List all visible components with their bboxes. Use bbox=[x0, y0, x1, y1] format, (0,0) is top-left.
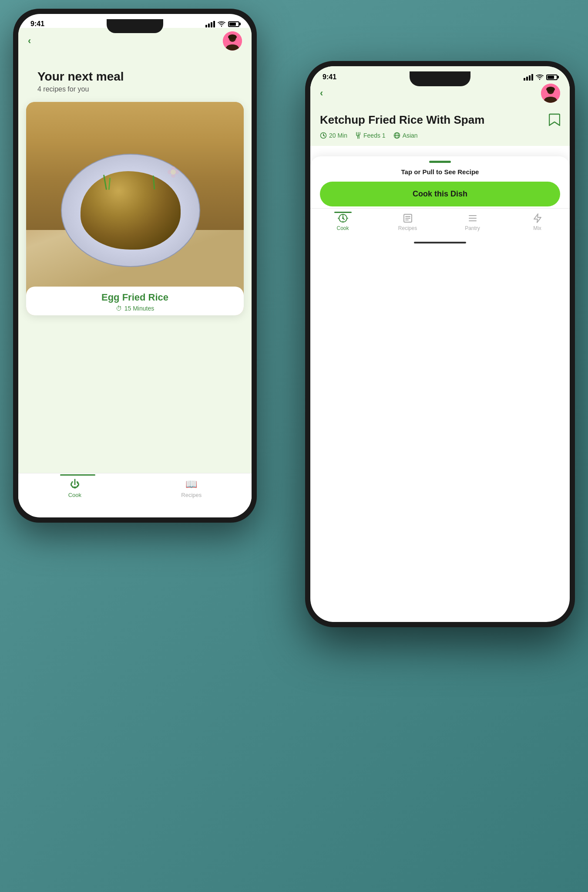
bottom-nav-back: ⏻ Cook 📖 Recipes bbox=[18, 473, 252, 507]
plate bbox=[61, 154, 200, 267]
sheet-hint: Tap or Pull to See Recipe bbox=[320, 168, 560, 176]
photos-section bbox=[310, 146, 570, 156]
nav-underline-back bbox=[60, 474, 95, 476]
fork-icon bbox=[355, 132, 361, 139]
nav-cook-back[interactable]: ⏻ Cook bbox=[68, 479, 81, 498]
back-button-front[interactable]: ‹ bbox=[320, 88, 323, 99]
notch-back bbox=[107, 19, 163, 33]
recipe-info-section: Ketchup Fried Rice With Spam 20 Min bbox=[310, 109, 570, 146]
phone-front-screen: 9:41 ‹ bbox=[310, 66, 570, 622]
nav-mix-front[interactable]: Mix bbox=[505, 213, 570, 231]
recipes-count-back: 4 recipes for you bbox=[28, 85, 242, 99]
svg-point-10 bbox=[546, 87, 555, 92]
battery-icon-back bbox=[228, 21, 239, 27]
food-image-back: Egg Fried Rice ⏱ 15 Minutes bbox=[26, 102, 244, 315]
garnish-3 bbox=[153, 176, 155, 189]
meta-time: 20 Min bbox=[320, 132, 347, 139]
nav-pantry-front[interactable]: Pantry bbox=[440, 213, 505, 231]
recipe-time-back: ⏱ 15 Minutes bbox=[34, 305, 236, 312]
mix-icon-front bbox=[532, 213, 543, 223]
back-title-section: Your next meal 4 recipes for you bbox=[18, 56, 252, 102]
feeds-value: Feeds 1 bbox=[363, 132, 386, 139]
cook-icon-back: ⏻ bbox=[70, 479, 80, 490]
meta-feeds: Feeds 1 bbox=[355, 132, 386, 139]
bottom-nav-front: Cook Recipes Pantry Mix bbox=[310, 208, 570, 240]
avatar-front[interactable] bbox=[541, 84, 560, 103]
back-button-back[interactable]: ‹ bbox=[28, 35, 31, 47]
avatar-back[interactable] bbox=[223, 31, 242, 51]
cook-button[interactable]: Cook this Dish bbox=[320, 182, 560, 206]
rice-heap-back bbox=[81, 171, 181, 250]
nav-underline-front bbox=[334, 212, 352, 213]
recipe-title: Ketchup Fried Rice With Spam bbox=[320, 113, 544, 127]
svg-point-2 bbox=[228, 34, 237, 40]
recipes-icon-front bbox=[403, 213, 413, 223]
wifi-icon-front bbox=[536, 74, 544, 80]
nav-cook-front[interactable]: Cook bbox=[310, 213, 375, 231]
home-indicator-front bbox=[414, 242, 466, 243]
svg-point-15 bbox=[342, 217, 344, 219]
battery-icon-front bbox=[546, 74, 558, 80]
nav-recipes-front[interactable]: Recipes bbox=[375, 213, 440, 231]
recipe-info-back: Egg Fried Rice ⏱ 15 Minutes bbox=[26, 287, 244, 315]
globe-icon bbox=[393, 132, 400, 139]
recipe-name-back: Egg Fried Rice bbox=[34, 292, 236, 303]
time-back: 9:41 bbox=[30, 20, 44, 28]
cook-icon-front bbox=[338, 213, 348, 223]
time-front: 9:41 bbox=[323, 73, 336, 81]
svg-point-7 bbox=[171, 169, 176, 175]
recipe-card-back[interactable]: Egg Fried Rice ⏱ 15 Minutes bbox=[26, 102, 244, 315]
phone-back: 9:41 ‹ bbox=[13, 9, 257, 523]
phone-front: 9:41 ‹ bbox=[305, 61, 575, 627]
signal-icon-back bbox=[205, 21, 215, 27]
clock-icon-back: ⏱ bbox=[116, 305, 122, 312]
meta-cuisine: Asian bbox=[393, 132, 418, 139]
bottom-sheet[interactable]: Tap or Pull to See Recipe Cook this Dish bbox=[310, 156, 570, 208]
status-icons-back bbox=[205, 21, 239, 27]
cuisine-value: Asian bbox=[403, 132, 418, 139]
page-title-back: Your next meal bbox=[28, 63, 242, 85]
notch-front bbox=[410, 71, 470, 86]
recipes-icon-back: 📖 bbox=[185, 479, 197, 490]
status-icons-front bbox=[524, 74, 558, 81]
sheet-handle bbox=[429, 161, 451, 163]
garnish-2 bbox=[108, 178, 111, 190]
recipe-meta: 20 Min Feeds 1 Asian bbox=[320, 132, 560, 139]
nav-recipes-back[interactable]: 📖 Recipes bbox=[181, 479, 202, 498]
signal-icon-front bbox=[524, 74, 533, 81]
clock-icon-front bbox=[320, 132, 327, 139]
back-content: Your next meal 4 recipes for you bbox=[18, 56, 252, 507]
wifi-icon-back bbox=[218, 21, 225, 27]
time-value: 20 Min bbox=[329, 132, 347, 139]
pantry-icon-front bbox=[467, 213, 478, 223]
phone-back-screen: 9:41 ‹ bbox=[18, 14, 252, 517]
plate-decoration bbox=[165, 163, 182, 182]
bookmark-button[interactable] bbox=[549, 113, 560, 130]
plate-wrapper bbox=[61, 154, 209, 276]
garnish-1 bbox=[103, 175, 107, 190]
